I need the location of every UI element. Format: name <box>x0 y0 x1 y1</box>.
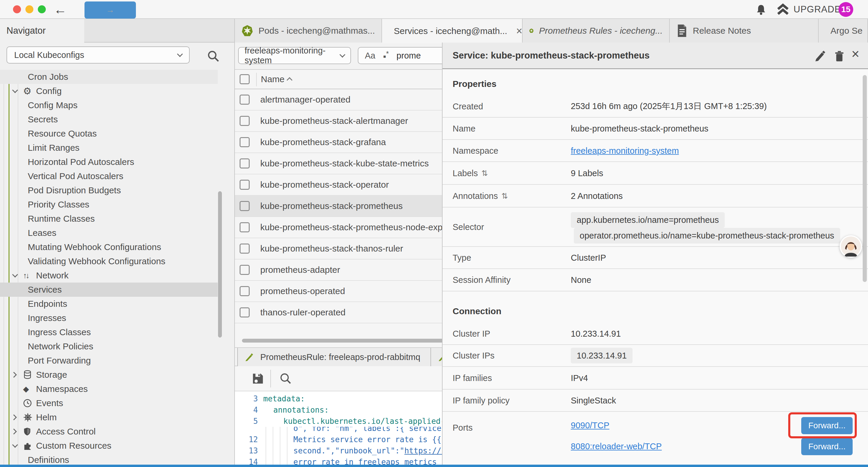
row-checkbox[interactable] <box>240 95 250 105</box>
sidebar-item-label: Access Control <box>36 427 96 437</box>
editor-search-icon[interactable] <box>279 372 292 385</box>
tab-pods-icecheng-mathmas[interactable]: Pods - icecheng@mathmas... <box>235 19 382 42</box>
notification-count-badge[interactable]: 15 <box>838 2 853 17</box>
sidebar-scrollbar[interactable] <box>218 191 222 338</box>
service-name: thanos-ruler-operated <box>260 308 346 317</box>
close-icon[interactable]: × <box>851 48 860 60</box>
forward-button[interactable]: Forward... <box>801 438 852 455</box>
row-checkbox[interactable] <box>240 286 250 296</box>
sort-ascending-icon[interactable] <box>286 77 292 83</box>
sidebar-item-leases[interactable]: Leases <box>0 226 218 240</box>
drawer-header: Service: kube-prometheus-stack-prometheu… <box>442 42 868 69</box>
sidebar-item-network[interactable]: ↑↓Network <box>0 268 218 283</box>
helm-wheel-icon <box>23 413 32 422</box>
sidebar-item-cron-jobs[interactable]: Cron Jobs <box>0 70 218 84</box>
kubeconfig-selector[interactable]: Local Kubeconfigs <box>6 47 190 63</box>
name-column-header[interactable]: Name <box>261 74 284 84</box>
row-checkbox[interactable] <box>240 180 250 190</box>
detail-label: Ports <box>453 423 473 433</box>
row-checkbox[interactable] <box>240 201 250 211</box>
window-minimize-button[interactable] <box>25 5 33 13</box>
forward-icon[interactable]: → <box>85 1 136 19</box>
sidebar-item-events[interactable]: Events <box>0 396 218 410</box>
namespace-selector[interactable]: freeleaps-monitoring-system <box>238 47 351 64</box>
sidebar-item-validating-webhook-configurations[interactable]: Validating Webhook Configurations <box>0 254 218 268</box>
row-checkbox[interactable] <box>240 243 250 254</box>
sidebar-item-mutating-webhook-configurations[interactable]: Mutating Webhook Configurations <box>0 240 218 254</box>
sidebar-item-secrets[interactable]: Secrets <box>0 112 218 126</box>
tab-services-icecheng-math[interactable]: Services - icecheng@math...× <box>382 19 523 43</box>
sidebar-item-priority-classes[interactable]: Priority Classes <box>0 198 218 212</box>
drawer-scrollbar[interactable] <box>863 75 867 282</box>
sidebar-item-custom-resources[interactable]: Custom Resources <box>0 439 218 453</box>
sidebar-item-runtime-classes[interactable]: Runtime Classes <box>0 212 218 226</box>
row-checkbox[interactable] <box>240 116 250 126</box>
horizontal-scrollbar[interactable] <box>242 339 447 343</box>
chevron-down-icon[interactable] <box>12 87 18 93</box>
row-checkbox[interactable] <box>240 308 250 317</box>
sidebar-item-horizontal-pod-autoscalers[interactable]: Horizontal Pod Autoscalers <box>0 155 218 169</box>
edit-pencil-icon <box>244 352 254 362</box>
save-icon[interactable] <box>251 372 265 386</box>
sidebar-item-endpoints[interactable]: Endpoints <box>0 297 218 311</box>
sidebar-item-port-forwarding[interactable]: Port Forwarding <box>0 353 218 368</box>
sidebar-item-label: Leases <box>28 228 56 238</box>
service-name: kube-prometheus-stack-thanos-ruler <box>260 243 403 254</box>
window-close-button[interactable] <box>13 5 21 13</box>
sidebar-item-storage[interactable]: Storage <box>0 368 218 382</box>
row-checkbox[interactable] <box>240 158 250 169</box>
tab-navigator[interactable]: Navigator <box>0 19 84 42</box>
sidebar-item-ingresses[interactable]: Ingresses <box>0 311 218 325</box>
chevron-right-icon[interactable] <box>11 429 17 435</box>
window-maximize-button[interactable] <box>38 5 46 13</box>
sidebar-item-ingress-classes[interactable]: Ingress Classes <box>0 325 218 339</box>
navigator-sidebar: Local Kubeconfigs Cron Jobs⚙ConfigConfig… <box>0 42 235 467</box>
sidebar-item-network-policies[interactable]: Network Policies <box>0 339 218 353</box>
close-tab-icon[interactable]: × <box>513 25 522 37</box>
tab-argo-se[interactable]: Argo Se <box>819 19 868 42</box>
sidebar-item-limit-ranges[interactable]: Limit Ranges <box>0 141 218 155</box>
navigator-search-icon[interactable] <box>207 50 220 63</box>
row-checkbox[interactable] <box>240 222 250 232</box>
sidebar-item-config[interactable]: ⚙Config <box>0 84 218 98</box>
sidebar-item-config-maps[interactable]: Config Maps <box>0 98 218 112</box>
sort-toggle-icon[interactable]: ⇅ <box>481 169 488 178</box>
tab-release-notes[interactable]: Release Notes <box>670 19 819 42</box>
detail-label: IP families <box>453 373 492 383</box>
chevron-down-icon[interactable] <box>12 442 18 448</box>
sidebar-item-namespaces[interactable]: ◆Namespaces <box>0 382 218 396</box>
chevron-down-icon[interactable] <box>12 272 18 278</box>
row-checkbox[interactable] <box>240 265 250 275</box>
chevron-right-icon[interactable] <box>11 414 17 420</box>
sidebar-item-pod-disruption-budgets[interactable]: Pod Disruption Budgets <box>0 183 218 198</box>
edit-pencil-icon[interactable] <box>814 50 827 62</box>
indent-guide <box>287 434 287 445</box>
selector-chip: app.kubernetes.io/name=prometheus <box>571 212 725 228</box>
sidebar-item-resource-quotas[interactable]: Resource Quotas <box>0 126 218 141</box>
notifications-bell-icon[interactable] <box>755 4 767 16</box>
sort-toggle-icon[interactable]: ⇅ <box>501 192 508 200</box>
sidebar-item-helm[interactable]: Helm <box>0 410 218 425</box>
sidebar-item-services[interactable]: Services <box>0 283 218 297</box>
detail-link[interactable]: freeleaps-monitoring-system <box>571 146 679 155</box>
regex-toggle[interactable]: ▪* <box>383 50 389 61</box>
port-link[interactable]: 9090/TCP <box>571 420 610 430</box>
editor-tab-prometheusrule[interactable]: PrometheusRule: freeleaps-prod-rabbitmq <box>237 348 431 366</box>
detail-value: ClusterIP <box>571 253 606 262</box>
tab-prometheus-rules-icecheng[interactable]: Prometheus Rules - icecheng... <box>523 19 670 42</box>
detail-row-session-affinity: Session AffinityNone <box>442 269 868 291</box>
avatar[interactable] <box>840 235 862 258</box>
select-all-checkbox[interactable] <box>240 74 250 84</box>
back-icon[interactable]: ← <box>54 1 67 18</box>
service-name: alertmanager-operated <box>260 95 350 105</box>
port-link[interactable]: 8080:reloader-web/TCP <box>571 442 662 451</box>
sidebar-item-vertical-pod-autoscalers[interactable]: Vertical Pod Autoscalers <box>0 169 218 183</box>
upgrade-button[interactable]: UPGRADE <box>776 3 841 16</box>
row-checkbox[interactable] <box>240 137 250 147</box>
sidebar-item-access-control[interactable]: Access Control <box>0 425 218 439</box>
delete-trash-icon[interactable] <box>833 50 845 62</box>
indent-guide <box>287 445 287 456</box>
match-case-toggle[interactable]: Aa <box>365 51 375 61</box>
chevron-right-icon[interactable] <box>11 372 17 378</box>
namespace-selector-value: freeleaps-monitoring-system <box>245 46 340 65</box>
